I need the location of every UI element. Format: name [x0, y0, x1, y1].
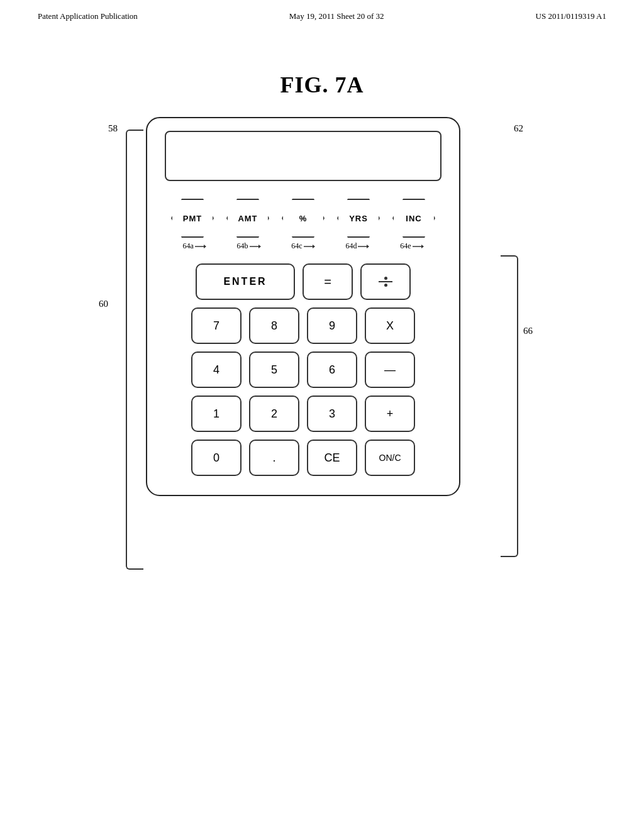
- btn-inc[interactable]: INC: [392, 199, 435, 238]
- function-button-row: PMT AMT % YRS INC: [165, 199, 441, 238]
- btn-enter[interactable]: ENTER: [196, 263, 295, 300]
- div-dot-bottom: [384, 284, 387, 287]
- btn-add[interactable]: +: [365, 396, 415, 432]
- btn-yrs[interactable]: YRS: [337, 199, 380, 238]
- arrow-64a: [195, 242, 206, 251]
- right-bracket: [501, 255, 518, 557]
- keypad-row-1: ENTER =: [165, 263, 441, 300]
- device-wrapper: 58 62 60 66 PMT AMT % YRS INC 64a: [146, 117, 498, 496]
- label-66: 66: [523, 326, 533, 336]
- btn-8[interactable]: 8: [249, 307, 299, 344]
- svg-marker-7: [367, 245, 369, 248]
- label-62: 62: [514, 123, 523, 134]
- arrow-64b: [250, 242, 261, 251]
- svg-marker-5: [313, 245, 315, 248]
- arrow-64c: [304, 242, 315, 251]
- btn-equals[interactable]: =: [303, 263, 353, 300]
- svg-marker-9: [421, 245, 424, 248]
- display-screen: [165, 131, 441, 181]
- btn-0[interactable]: 0: [191, 440, 242, 476]
- keypad-row-2: 7 8 9 X: [165, 307, 441, 344]
- page-header: Patent Application Publication May 19, 2…: [0, 0, 644, 21]
- label-64b: 64b: [237, 241, 261, 251]
- main-content: FIG. 7A 58 62 60 66 PMT AMT % YRS INC: [0, 21, 644, 496]
- svg-marker-1: [204, 245, 206, 248]
- btn-amt[interactable]: AMT: [226, 199, 269, 238]
- btn-multiply[interactable]: X: [365, 307, 415, 344]
- label-58: 58: [108, 123, 118, 134]
- func-labels-row: 64a 64b 64c 64d 64e: [165, 241, 441, 251]
- btn-2[interactable]: 2: [249, 396, 299, 432]
- keypad: ENTER = 7 8 9 X: [165, 263, 441, 476]
- calculator-body: PMT AMT % YRS INC 64a 64b 64c: [146, 117, 460, 496]
- keypad-row-5: 0 . CE ON/C: [165, 440, 441, 476]
- btn-decimal[interactable]: .: [249, 440, 299, 476]
- header-left: Patent Application Publication: [38, 11, 138, 21]
- btn-9[interactable]: 9: [307, 307, 357, 344]
- btn-5[interactable]: 5: [249, 351, 299, 388]
- btn-7[interactable]: 7: [191, 307, 242, 344]
- figure-title: FIG. 7A: [280, 72, 364, 98]
- div-line: [379, 281, 392, 282]
- label-60: 60: [99, 299, 108, 309]
- btn-ce[interactable]: CE: [307, 440, 357, 476]
- label-64d: 64d: [345, 241, 369, 251]
- label-64e: 64e: [400, 241, 423, 251]
- label-64c: 64c: [291, 241, 314, 251]
- arrow-64e: [413, 242, 424, 251]
- btn-onc[interactable]: ON/C: [365, 440, 415, 476]
- label-64a: 64a: [182, 241, 206, 251]
- btn-3[interactable]: 3: [307, 396, 357, 432]
- svg-marker-3: [258, 245, 261, 248]
- left-bracket: [126, 130, 143, 570]
- btn-percent[interactable]: %: [282, 199, 325, 238]
- div-dot-top: [384, 277, 387, 280]
- keypad-row-3: 4 5 6 —: [165, 351, 441, 388]
- btn-4[interactable]: 4: [191, 351, 242, 388]
- divide-symbol: [379, 277, 392, 287]
- btn-divide[interactable]: [360, 263, 411, 300]
- keypad-row-4: 1 2 3 +: [165, 396, 441, 432]
- header-right: US 2011/0119319 A1: [536, 11, 606, 21]
- btn-6[interactable]: 6: [307, 351, 357, 388]
- btn-pmt[interactable]: PMT: [171, 199, 214, 238]
- arrow-64d: [358, 242, 369, 251]
- btn-1[interactable]: 1: [191, 396, 242, 432]
- btn-subtract[interactable]: —: [365, 351, 415, 388]
- header-center: May 19, 2011 Sheet 20 of 32: [289, 11, 384, 21]
